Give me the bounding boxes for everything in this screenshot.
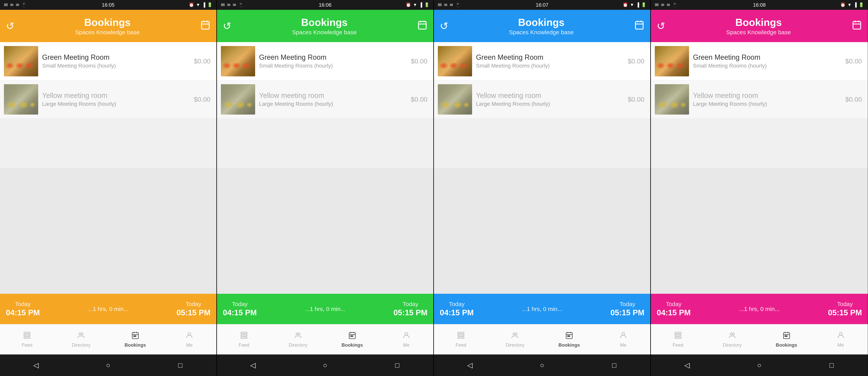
content-area — [651, 168, 868, 294]
calendar-icon[interactable] — [852, 20, 862, 32]
me-nav-icon — [185, 331, 193, 341]
room-item[interactable]: Green Meeting Room Small Meeting Rooms (… — [217, 42, 433, 80]
room-category: Small Meeting Rooms (hourly) — [476, 63, 624, 69]
recent-button[interactable] — [391, 358, 404, 372]
booking-end-block[interactable]: Today 05:15 PM — [828, 301, 862, 317]
booking-end-time: 05:15 PM — [828, 308, 862, 317]
room-price: $0.00 — [628, 96, 646, 103]
rooms-list: Green Meeting Room Small Meeting Rooms (… — [0, 42, 216, 168]
room-item[interactable]: Yellow meeting room Large Meeting Rooms … — [217, 80, 433, 119]
bottom-nav: Feed Directory Bookings — [0, 324, 216, 354]
room-item[interactable]: Green Meeting Room Small Meeting Rooms (… — [0, 42, 216, 80]
nav-item-me[interactable]: Me — [379, 331, 433, 348]
calendar-icon[interactable] — [417, 20, 428, 32]
nav-item-me[interactable]: Me — [813, 331, 868, 348]
nav-item-bookings[interactable]: Bookings — [759, 331, 813, 348]
nav-item-directory[interactable]: Directory — [54, 331, 108, 348]
header-title-block: Bookings Spaces Knowledge base — [231, 17, 417, 36]
battery-icon: 🔋 — [207, 2, 212, 7]
room-item[interactable]: Yellow meeting room Large Meeting Rooms … — [0, 80, 216, 119]
booking-bar: Today 04:15 PM ...1 hrs, 0 min... Today … — [0, 294, 216, 324]
room-category: Large Meeting Rooms (hourly) — [476, 101, 624, 107]
calendar-icon[interactable] — [634, 20, 644, 32]
booking-end-block[interactable]: Today 05:15 PM — [177, 301, 211, 317]
home-button[interactable] — [752, 358, 766, 372]
battery-icon: 🔋 — [641, 2, 646, 7]
room-item[interactable]: Yellow meeting room Large Meeting Rooms … — [434, 80, 650, 119]
booking-start-block[interactable]: Today 04:15 PM — [440, 301, 474, 317]
app-header: ↺ Bookings Spaces Knowledge base — [651, 10, 868, 42]
app-subtitle: Spaces Knowledge base — [75, 29, 140, 36]
alarm-icon: ⏰ — [189, 2, 194, 7]
booking-start-label: Today — [15, 301, 31, 308]
svg-rect-4 — [24, 332, 30, 334]
bookings-nav-icon — [348, 331, 356, 341]
status-bar: ✉ ✉ ✉ 📱 16:08 ⏰ ▼ ▐ 🔋 — [651, 0, 868, 10]
me-nav-icon — [619, 331, 627, 341]
room-info: Yellow meeting room Large Meeting Rooms … — [38, 91, 194, 107]
booking-duration: ...1 hrs, 0 min... — [88, 306, 128, 312]
refresh-icon[interactable]: ↺ — [223, 20, 231, 32]
booking-bar: Today 04:15 PM ...1 hrs, 0 min... Today … — [217, 294, 433, 324]
home-button[interactable] — [535, 358, 549, 372]
booking-end-block[interactable]: Today 05:15 PM — [394, 301, 428, 317]
booking-start-time: 04:15 PM — [657, 308, 691, 317]
phone-screen-pink: ✉ ✉ ✉ 📱 16:08 ⏰ ▼ ▐ 🔋 ↺ Bookings Spaces … — [651, 0, 868, 376]
header-title-block: Bookings Spaces Knowledge base — [14, 17, 200, 36]
booking-start-block[interactable]: Today 04:15 PM — [657, 301, 691, 317]
nav-item-feed[interactable]: Feed — [217, 331, 271, 348]
nav-item-me[interactable]: Me — [596, 331, 650, 348]
booking-end-label: Today — [186, 301, 201, 308]
bookings-nav-icon — [565, 331, 573, 341]
svg-rect-62 — [786, 336, 787, 337]
booking-end-label: Today — [620, 301, 635, 308]
bookings-nav-label: Bookings — [776, 342, 797, 348]
directory-nav-label: Directory — [72, 342, 90, 348]
room-item[interactable]: Green Meeting Room Small Meeting Rooms (… — [434, 42, 650, 80]
booking-start-label: Today — [666, 301, 682, 308]
feed-nav-label: Feed — [22, 342, 32, 348]
nav-item-feed[interactable]: Feed — [434, 331, 488, 348]
nav-item-bookings[interactable]: Bookings — [325, 331, 379, 348]
refresh-icon[interactable]: ↺ — [440, 20, 448, 32]
nav-item-feed[interactable]: Feed — [651, 331, 705, 348]
home-button[interactable] — [318, 358, 332, 372]
home-button[interactable] — [101, 358, 115, 372]
booking-start-block[interactable]: Today 04:15 PM — [223, 301, 257, 317]
refresh-icon[interactable]: ↺ — [6, 20, 14, 32]
nav-item-directory[interactable]: Directory — [488, 331, 542, 348]
room-price: $0.00 — [194, 96, 212, 103]
booking-duration: ...1 hrs, 0 min... — [739, 306, 780, 312]
back-button[interactable] — [29, 358, 43, 372]
nav-item-directory[interactable]: Directory — [705, 331, 759, 348]
booking-end-block[interactable]: Today 05:15 PM — [611, 301, 644, 317]
room-price: $0.00 — [411, 57, 429, 65]
nav-item-directory[interactable]: Directory — [271, 331, 325, 348]
app-title: Bookings — [301, 17, 347, 28]
room-item[interactable]: Yellow meeting room Large Meeting Rooms … — [651, 80, 868, 119]
nav-item-feed[interactable]: Feed — [0, 331, 54, 348]
svg-point-31 — [405, 333, 408, 335]
alarm-icon: ⏰ — [406, 2, 411, 7]
booking-end-time: 05:15 PM — [177, 308, 211, 317]
room-item[interactable]: Green Meeting Room Small Meeting Rooms (… — [651, 42, 868, 80]
booking-start-block[interactable]: Today 04:15 PM — [6, 301, 40, 317]
system-nav — [651, 354, 868, 376]
phone-icon: 📱 — [672, 3, 677, 7]
battery-icon: 🔋 — [424, 2, 429, 7]
nav-item-bookings[interactable]: Bookings — [542, 331, 596, 348]
nav-item-me[interactable]: Me — [162, 331, 216, 348]
room-thumbnail — [438, 46, 472, 76]
recent-button[interactable] — [608, 358, 621, 372]
recent-button[interactable] — [174, 358, 187, 372]
refresh-icon[interactable]: ↺ — [657, 20, 665, 32]
back-button[interactable] — [246, 358, 260, 372]
back-button[interactable] — [463, 358, 477, 372]
gmail-icon: ✉ — [4, 2, 8, 8]
calendar-icon[interactable] — [200, 20, 211, 32]
system-nav — [434, 354, 650, 376]
room-info: Green Meeting Room Small Meeting Rooms (… — [255, 53, 411, 69]
nav-item-bookings[interactable]: Bookings — [108, 331, 162, 348]
back-button[interactable] — [680, 358, 694, 372]
recent-button[interactable] — [825, 358, 838, 372]
